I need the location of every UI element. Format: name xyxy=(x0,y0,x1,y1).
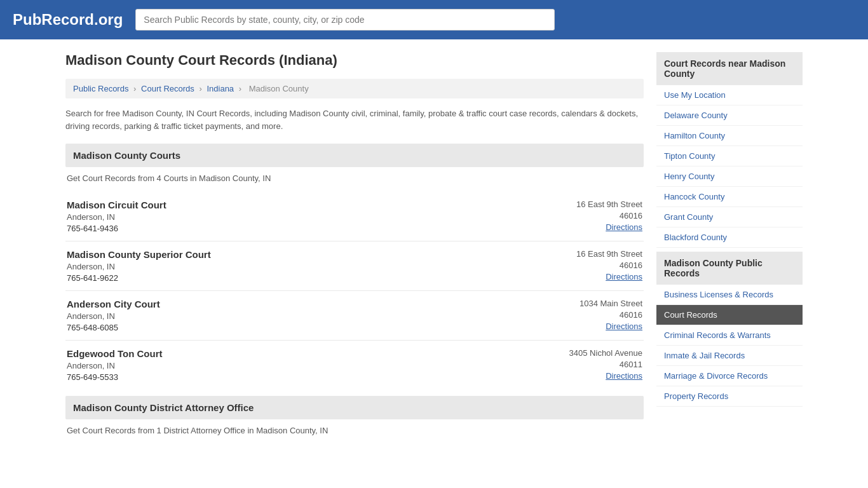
sidebar: Court Records near Madison County Use My… xyxy=(656,52,803,444)
court-entry: Anderson City Court Anderson, IN 765-648… xyxy=(65,291,644,341)
court-street: 3405 Nichol Avenue xyxy=(569,348,642,358)
court-zip: 46016 xyxy=(576,261,642,270)
sidebar-nearby-section: Court Records near Madison County Use My… xyxy=(656,52,803,248)
sidebar-pr-item-4[interactable]: Marriage & Divorce Records xyxy=(656,366,803,386)
sidebar-nearby-title: Court Records near Madison County xyxy=(656,52,803,85)
sidebar-pr-item-3[interactable]: Inmate & Jail Records xyxy=(656,346,803,366)
breadcrumb: Public Records › Court Records › Indiana… xyxy=(65,79,644,98)
court-address: 16 East 9th Street 46016 Directions xyxy=(576,249,642,283)
site-logo[interactable]: PubRecord.org xyxy=(13,11,123,29)
sidebar-public-records-list: Business Licenses & RecordsCourt Records… xyxy=(656,285,803,407)
court-entry: Madison County Superior Court Anderson, … xyxy=(65,241,644,291)
court-entry: Edgewood Ton Court Anderson, IN 765-649-… xyxy=(65,341,644,390)
court-phone: 765-648-6085 xyxy=(67,323,160,332)
sidebar-nearby-item-1[interactable]: Delaware County xyxy=(656,105,803,126)
court-zip: 46016 xyxy=(580,310,642,320)
court-street: 16 East 9th Street xyxy=(576,200,642,209)
sidebar-pr-item-5[interactable]: Property Records xyxy=(656,386,803,407)
court-zip: 46011 xyxy=(569,360,642,369)
page-title: Madison County Court Records (Indiana) xyxy=(65,52,644,69)
main-layout: Madison County Court Records (Indiana) P… xyxy=(53,39,815,457)
sidebar-pr-item-1[interactable]: Court Records xyxy=(656,305,803,325)
directions-link[interactable]: Directions xyxy=(576,222,642,232)
court-city: Anderson, IN xyxy=(67,212,166,222)
court-address: 16 East 9th Street 46016 Directions xyxy=(576,200,642,233)
court-phone: 765-641-9622 xyxy=(67,273,211,283)
sidebar-nearby-item-4[interactable]: Henry County xyxy=(656,166,803,187)
breadcrumb-indiana[interactable]: Indiana xyxy=(207,84,234,93)
court-phone: 765-649-5533 xyxy=(67,372,163,382)
court-address: 3405 Nichol Avenue 46011 Directions xyxy=(569,348,642,382)
sidebar-nearby-item-6[interactable]: Grant County xyxy=(656,207,803,227)
court-city: Anderson, IN xyxy=(67,361,163,370)
court-name: Madison County Superior Court xyxy=(67,249,211,260)
sidebar-nearby-item-7[interactable]: Blackford County xyxy=(656,227,803,248)
court-info: Edgewood Ton Court Anderson, IN 765-649-… xyxy=(67,348,163,382)
da-section-desc: Get Court Records from 1 District Attorn… xyxy=(65,426,644,435)
court-city: Anderson, IN xyxy=(67,311,160,321)
sidebar-nearby-item-2[interactable]: Hamilton County xyxy=(656,126,803,146)
breadcrumb-madison-county: Madison County xyxy=(249,84,309,93)
directions-link[interactable]: Directions xyxy=(580,322,642,331)
court-entry: Madison Circuit Court Anderson, IN 765-6… xyxy=(65,192,644,241)
directions-link[interactable]: Directions xyxy=(569,371,642,381)
page-description: Search for free Madison County, IN Court… xyxy=(65,107,644,132)
courts-list: Madison Circuit Court Anderson, IN 765-6… xyxy=(65,192,644,390)
court-info: Madison County Superior Court Anderson, … xyxy=(67,249,211,283)
courts-section-desc: Get Court Records from 4 Courts in Madis… xyxy=(65,173,644,183)
court-city: Anderson, IN xyxy=(67,262,211,271)
content-area: Madison County Court Records (Indiana) P… xyxy=(65,52,644,444)
da-section-header: Madison County District Attorney Office xyxy=(65,396,644,419)
sidebar-public-records-title: Madison County Public Records xyxy=(656,252,803,285)
sidebar-nearby-item-0[interactable]: Use My Location xyxy=(656,85,803,105)
court-name: Anderson City Court xyxy=(67,299,160,309)
court-name: Madison Circuit Court xyxy=(67,200,166,210)
sidebar-pr-item-2[interactable]: Criminal Records & Warrants xyxy=(656,325,803,346)
sidebar-nearby-item-5[interactable]: Hancock County xyxy=(656,187,803,207)
breadcrumb-court-records[interactable]: Court Records xyxy=(141,84,194,93)
court-name: Edgewood Ton Court xyxy=(67,348,163,359)
breadcrumb-public-records[interactable]: Public Records xyxy=(73,84,128,93)
court-street: 16 East 9th Street xyxy=(576,249,642,259)
sidebar-public-records-section: Madison County Public Records Business L… xyxy=(656,252,803,407)
court-info: Anderson City Court Anderson, IN 765-648… xyxy=(67,299,160,332)
court-street: 1034 Main Street xyxy=(580,299,642,308)
court-address: 1034 Main Street 46016 Directions xyxy=(580,299,642,332)
courts-section-header: Madison County Courts xyxy=(65,144,644,167)
sidebar-pr-item-0[interactable]: Business Licenses & Records xyxy=(656,285,803,305)
site-header: PubRecord.org xyxy=(0,0,868,39)
search-input[interactable] xyxy=(135,9,555,30)
sidebar-nearby-list: Use My LocationDelaware CountyHamilton C… xyxy=(656,85,803,248)
court-phone: 765-641-9436 xyxy=(67,224,166,233)
directions-link[interactable]: Directions xyxy=(576,272,642,281)
court-zip: 46016 xyxy=(576,211,642,220)
sidebar-nearby-item-3[interactable]: Tipton County xyxy=(656,146,803,166)
court-info: Madison Circuit Court Anderson, IN 765-6… xyxy=(67,200,166,233)
da-section: Madison County District Attorney Office … xyxy=(65,396,644,435)
